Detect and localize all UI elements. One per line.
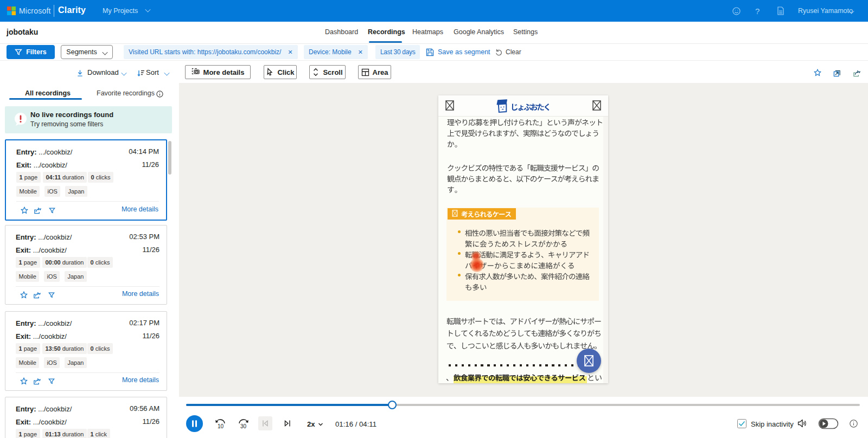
svg-text:10: 10 bbox=[218, 423, 224, 429]
svg-text:30: 30 bbox=[240, 423, 247, 429]
